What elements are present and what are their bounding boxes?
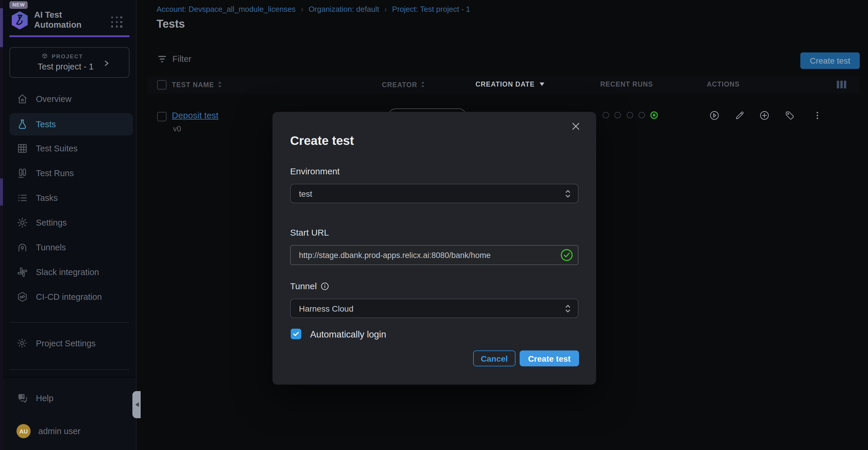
sidebar: NEW AI Test Automation PROJECT Test proj…	[3, 0, 136, 450]
sidebar-divider	[9, 322, 129, 323]
sidebar-item-cicd-integration[interactable]: CI-CD integration	[9, 286, 133, 308]
chevron-up-down-icon	[564, 303, 572, 314]
create-test-submit-button[interactable]: Create test	[520, 350, 579, 366]
select-all-checkbox[interactable]	[157, 80, 166, 89]
check-icon	[292, 331, 300, 337]
sidebar-item-settings[interactable]: Settings	[9, 212, 133, 234]
run-status-dot	[614, 112, 621, 118]
close-icon[interactable]	[571, 121, 581, 131]
sidebar-item-slack-integration[interactable]: Slack integration	[9, 261, 133, 283]
sidebar-item-tunnels[interactable]: Tunnels	[9, 236, 133, 259]
breadcrumb-organization[interactable]: Organization: default	[309, 5, 379, 13]
runs-columns-icon	[17, 167, 28, 179]
breadcrumb-separator: ›	[384, 5, 387, 13]
column-header-test-name[interactable]: TEST NAME	[172, 81, 222, 88]
start-url-label: Start URL	[290, 227, 329, 237]
more-options-icon[interactable]	[812, 110, 823, 121]
sidebar-item-label: Test Runs	[36, 168, 74, 178]
create-test-button-toolbar[interactable]: Create test	[800, 52, 860, 69]
project-selector[interactable]: PROJECT Test project - 1	[9, 47, 129, 78]
sidebar-item-project-settings[interactable]: Project Settings	[9, 332, 133, 355]
cicd-hexagon-icon	[17, 291, 28, 303]
product-nav-rail[interactable]	[0, 0, 3, 450]
column-header-recent-runs: RECENT RUNS	[600, 81, 653, 88]
app-root: NEW AI Test Automation PROJECT Test proj…	[0, 0, 868, 450]
gear-icon	[17, 217, 28, 228]
run-test-action-icon[interactable]	[709, 110, 720, 121]
column-header-actions: ACTIONS	[707, 81, 740, 88]
run-status-dot-passed	[650, 111, 658, 119]
slack-icon	[17, 266, 28, 278]
suites-grid-icon	[17, 143, 28, 154]
environment-select[interactable]: test	[290, 184, 579, 203]
sidebar-item-label: Tunnels	[36, 243, 66, 252]
filter-button[interactable]: Filter	[158, 54, 191, 64]
sidebar-item-test-suites[interactable]: Test Suites	[9, 137, 133, 160]
cancel-button[interactable]: Cancel	[473, 350, 516, 366]
help-chat-icon: ?	[17, 392, 28, 404]
tunnel-label: Tunnel	[290, 281, 329, 291]
chevron-right-icon	[102, 59, 110, 67]
cube-icon	[41, 52, 48, 59]
sidebar-item-label: Tasks	[36, 193, 58, 203]
avatar: AU	[17, 424, 31, 438]
environment-label: Environment	[290, 166, 340, 176]
filter-icon	[158, 55, 166, 63]
rail-accent	[0, 178, 3, 205]
tunnel-select[interactable]: Harness Cloud	[290, 299, 579, 318]
sidebar-item-label: Tests	[36, 119, 56, 129]
create-test-modal: Create test Environment test Start URL T…	[273, 112, 596, 385]
auto-login-checkbox[interactable]	[291, 329, 301, 339]
add-action-icon[interactable]	[759, 110, 770, 121]
sidebar-item-help[interactable]: ? Help	[9, 387, 133, 410]
app-switcher-icon[interactable]	[111, 16, 124, 29]
breadcrumb-separator: ›	[301, 5, 303, 13]
app-title: AI Test Automation	[34, 10, 99, 30]
sort-icon	[217, 81, 222, 88]
task-list-icon	[17, 192, 28, 204]
sidebar-item-label: Slack integration	[36, 268, 99, 277]
svg-text:?: ?	[22, 394, 24, 399]
sidebar-divider	[9, 369, 129, 370]
user-menu[interactable]: AU admin user	[9, 420, 133, 442]
rail-accent	[0, 8, 3, 47]
sidebar-item-label: Settings	[36, 218, 67, 227]
column-settings-icon[interactable]	[837, 81, 846, 88]
start-url-input[interactable]	[290, 245, 579, 265]
brand-divider	[9, 35, 129, 37]
test-name-link[interactable]: Deposit test	[172, 110, 218, 120]
test-version: v0	[173, 124, 181, 133]
breadcrumb: Account: Devspace_all_module_licenses › …	[157, 5, 470, 13]
flask-icon	[17, 118, 28, 130]
valid-check-icon	[560, 249, 573, 261]
column-header-creation-date[interactable]: CREATION DATE	[475, 81, 544, 88]
breadcrumb-account[interactable]: Account: Devspace_all_module_licenses	[157, 5, 296, 13]
info-icon[interactable]	[321, 282, 329, 290]
sidebar-item-tasks[interactable]: Tasks	[9, 187, 133, 209]
run-status-dot	[627, 112, 633, 118]
run-status-dot	[602, 112, 609, 118]
sidebar-item-label: Project Settings	[36, 339, 96, 348]
auto-login-label: Automatically login	[310, 329, 386, 340]
row-checkbox[interactable]	[157, 112, 166, 121]
sidebar-item-tests[interactable]: Tests	[9, 113, 133, 136]
new-badge: NEW	[9, 1, 28, 9]
gear-icon	[17, 337, 28, 349]
page-title: Tests	[157, 18, 185, 31]
sidebar-item-overview[interactable]: Overview	[9, 88, 133, 110]
sidebar-item-test-runs[interactable]: Test Runs	[9, 162, 133, 185]
user-name: admin user	[38, 426, 80, 436]
column-header-creator[interactable]: CREATOR	[382, 81, 426, 88]
edit-action-icon[interactable]	[735, 110, 745, 121]
chevron-up-down-icon	[564, 189, 572, 199]
sidebar-item-label: Help	[36, 393, 54, 403]
sidebar-item-label: Test Suites	[36, 144, 78, 153]
tag-action-icon[interactable]	[784, 110, 795, 121]
breadcrumb-project[interactable]: Project: Test project - 1	[392, 5, 470, 13]
tunnel-icon	[17, 242, 28, 253]
modal-title: Create test	[290, 134, 354, 148]
sidebar-item-label: CI-CD integration	[36, 292, 102, 302]
run-status-dot	[639, 112, 645, 118]
sidebar-item-label: Overview	[36, 94, 71, 104]
filter-label: Filter	[173, 54, 191, 64]
